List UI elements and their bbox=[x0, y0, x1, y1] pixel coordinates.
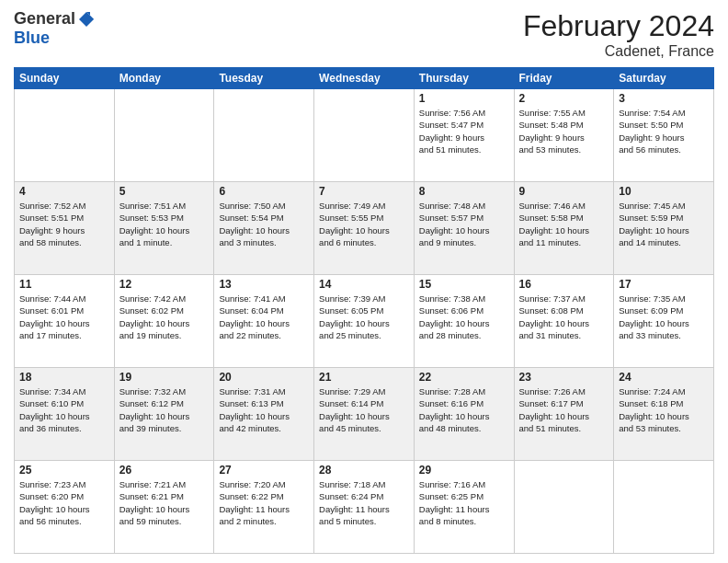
table-row: 21Sunrise: 7:29 AM Sunset: 6:14 PM Dayli… bbox=[314, 368, 415, 461]
day-number: 27 bbox=[219, 464, 309, 477]
day-number: 22 bbox=[419, 371, 509, 384]
day-info: Sunrise: 7:55 AM Sunset: 5:48 PM Dayligh… bbox=[519, 107, 609, 155]
day-info: Sunrise: 7:18 AM Sunset: 6:24 PM Dayligh… bbox=[319, 478, 409, 527]
day-info: Sunrise: 7:39 AM Sunset: 6:05 PM Dayligh… bbox=[319, 293, 409, 341]
day-info: Sunrise: 7:51 AM Sunset: 5:53 PM Dayligh… bbox=[119, 200, 210, 248]
logo: General Blue bbox=[14, 9, 96, 48]
table-row: 12Sunrise: 7:42 AM Sunset: 6:02 PM Dayli… bbox=[114, 275, 214, 368]
table-row: 29Sunrise: 7:16 AM Sunset: 6:25 PM Dayli… bbox=[414, 461, 514, 554]
col-tuesday: Tuesday bbox=[214, 68, 314, 89]
day-number: 6 bbox=[219, 185, 309, 198]
col-sunday: Sunday bbox=[15, 68, 115, 89]
location: Cadenet, France bbox=[523, 43, 714, 60]
day-info: Sunrise: 7:50 AM Sunset: 5:54 PM Dayligh… bbox=[219, 200, 309, 248]
day-number: 15 bbox=[419, 278, 509, 291]
table-row: 13Sunrise: 7:41 AM Sunset: 6:04 PM Dayli… bbox=[214, 275, 314, 368]
day-number: 4 bbox=[19, 185, 109, 198]
day-number: 17 bbox=[619, 278, 709, 291]
table-row bbox=[614, 461, 714, 554]
calendar-week-row: 18Sunrise: 7:34 AM Sunset: 6:10 PM Dayli… bbox=[15, 368, 714, 461]
day-info: Sunrise: 7:28 AM Sunset: 6:16 PM Dayligh… bbox=[419, 385, 509, 434]
logo-blue-text: Blue bbox=[14, 29, 50, 48]
table-row: 28Sunrise: 7:18 AM Sunset: 6:24 PM Dayli… bbox=[314, 461, 415, 554]
table-row: 19Sunrise: 7:32 AM Sunset: 6:12 PM Dayli… bbox=[114, 368, 214, 461]
day-number: 13 bbox=[219, 278, 309, 291]
day-number: 8 bbox=[419, 185, 509, 198]
table-row: 4Sunrise: 7:52 AM Sunset: 5:51 PM Daylig… bbox=[15, 182, 115, 275]
day-info: Sunrise: 7:21 AM Sunset: 6:21 PM Dayligh… bbox=[119, 478, 210, 527]
day-info: Sunrise: 7:20 AM Sunset: 6:22 PM Dayligh… bbox=[219, 478, 309, 527]
calendar-week-row: 11Sunrise: 7:44 AM Sunset: 6:01 PM Dayli… bbox=[15, 275, 714, 368]
calendar-week-row: 1Sunrise: 7:56 AM Sunset: 5:47 PM Daylig… bbox=[15, 89, 714, 182]
table-row: 8Sunrise: 7:48 AM Sunset: 5:57 PM Daylig… bbox=[414, 182, 514, 275]
day-number: 20 bbox=[219, 371, 309, 384]
day-info: Sunrise: 7:56 AM Sunset: 5:47 PM Dayligh… bbox=[419, 107, 509, 155]
header: General Blue February 2024 Cadenet, Fran… bbox=[14, 9, 714, 60]
day-info: Sunrise: 7:35 AM Sunset: 6:09 PM Dayligh… bbox=[619, 293, 709, 341]
table-row: 23Sunrise: 7:26 AM Sunset: 6:17 PM Dayli… bbox=[514, 368, 614, 461]
calendar-header-row: Sunday Monday Tuesday Wednesday Thursday… bbox=[15, 68, 714, 89]
table-row: 20Sunrise: 7:31 AM Sunset: 6:13 PM Dayli… bbox=[214, 368, 314, 461]
table-row: 3Sunrise: 7:54 AM Sunset: 5:50 PM Daylig… bbox=[614, 89, 714, 182]
col-friday: Friday bbox=[514, 68, 614, 89]
day-info: Sunrise: 7:32 AM Sunset: 6:12 PM Dayligh… bbox=[119, 385, 210, 434]
day-number: 19 bbox=[119, 371, 210, 384]
day-number: 12 bbox=[119, 278, 210, 291]
day-number: 10 bbox=[619, 185, 709, 198]
day-number: 1 bbox=[419, 92, 509, 105]
table-row: 15Sunrise: 7:38 AM Sunset: 6:06 PM Dayli… bbox=[414, 275, 514, 368]
day-number: 18 bbox=[19, 371, 109, 384]
table-row: 1Sunrise: 7:56 AM Sunset: 5:47 PM Daylig… bbox=[414, 89, 514, 182]
table-row: 16Sunrise: 7:37 AM Sunset: 6:08 PM Dayli… bbox=[514, 275, 614, 368]
day-number: 25 bbox=[19, 464, 109, 477]
day-info: Sunrise: 7:16 AM Sunset: 6:25 PM Dayligh… bbox=[419, 478, 509, 527]
table-row: 2Sunrise: 7:55 AM Sunset: 5:48 PM Daylig… bbox=[514, 89, 614, 182]
day-info: Sunrise: 7:23 AM Sunset: 6:20 PM Dayligh… bbox=[19, 478, 109, 527]
day-info: Sunrise: 7:42 AM Sunset: 6:02 PM Dayligh… bbox=[119, 293, 210, 341]
table-row: 24Sunrise: 7:24 AM Sunset: 6:18 PM Dayli… bbox=[614, 368, 714, 461]
table-row: 6Sunrise: 7:50 AM Sunset: 5:54 PM Daylig… bbox=[214, 182, 314, 275]
day-number: 29 bbox=[419, 464, 509, 477]
day-info: Sunrise: 7:44 AM Sunset: 6:01 PM Dayligh… bbox=[19, 293, 109, 341]
day-number: 2 bbox=[519, 92, 609, 105]
day-info: Sunrise: 7:46 AM Sunset: 5:58 PM Dayligh… bbox=[519, 200, 609, 248]
table-row bbox=[514, 461, 614, 554]
day-info: Sunrise: 7:38 AM Sunset: 6:06 PM Dayligh… bbox=[419, 293, 509, 341]
day-info: Sunrise: 7:31 AM Sunset: 6:13 PM Dayligh… bbox=[219, 385, 309, 434]
month-title: February 2024 bbox=[523, 9, 714, 43]
day-info: Sunrise: 7:29 AM Sunset: 6:14 PM Dayligh… bbox=[319, 385, 409, 434]
table-row: 27Sunrise: 7:20 AM Sunset: 6:22 PM Dayli… bbox=[214, 461, 314, 554]
day-info: Sunrise: 7:37 AM Sunset: 6:08 PM Dayligh… bbox=[519, 293, 609, 341]
day-number: 7 bbox=[319, 185, 409, 198]
day-number: 23 bbox=[519, 371, 609, 384]
day-info: Sunrise: 7:45 AM Sunset: 5:59 PM Dayligh… bbox=[619, 200, 709, 248]
day-number: 9 bbox=[519, 185, 609, 198]
day-number: 24 bbox=[619, 371, 709, 384]
table-row bbox=[15, 89, 115, 182]
table-row bbox=[314, 89, 415, 182]
day-info: Sunrise: 7:48 AM Sunset: 5:57 PM Dayligh… bbox=[419, 200, 509, 248]
table-row bbox=[114, 89, 214, 182]
calendar-week-row: 4Sunrise: 7:52 AM Sunset: 5:51 PM Daylig… bbox=[15, 182, 714, 275]
col-monday: Monday bbox=[114, 68, 214, 89]
day-number: 16 bbox=[519, 278, 609, 291]
day-number: 21 bbox=[319, 371, 409, 384]
day-info: Sunrise: 7:34 AM Sunset: 6:10 PM Dayligh… bbox=[19, 385, 109, 434]
table-row: 7Sunrise: 7:49 AM Sunset: 5:55 PM Daylig… bbox=[314, 182, 415, 275]
day-number: 11 bbox=[19, 278, 109, 291]
table-row: 25Sunrise: 7:23 AM Sunset: 6:20 PM Dayli… bbox=[15, 461, 115, 554]
table-row: 9Sunrise: 7:46 AM Sunset: 5:58 PM Daylig… bbox=[514, 182, 614, 275]
table-row: 18Sunrise: 7:34 AM Sunset: 6:10 PM Dayli… bbox=[15, 368, 115, 461]
day-info: Sunrise: 7:54 AM Sunset: 5:50 PM Dayligh… bbox=[619, 107, 709, 155]
calendar-table: Sunday Monday Tuesday Wednesday Thursday… bbox=[14, 67, 714, 554]
day-info: Sunrise: 7:24 AM Sunset: 6:18 PM Dayligh… bbox=[619, 385, 709, 434]
table-row: 14Sunrise: 7:39 AM Sunset: 6:05 PM Dayli… bbox=[314, 275, 415, 368]
col-saturday: Saturday bbox=[614, 68, 714, 89]
logo-general-text: General bbox=[14, 9, 75, 29]
col-wednesday: Wednesday bbox=[314, 68, 415, 89]
table-row bbox=[214, 89, 314, 182]
table-row: 11Sunrise: 7:44 AM Sunset: 6:01 PM Dayli… bbox=[15, 275, 115, 368]
day-number: 5 bbox=[119, 185, 210, 198]
table-row: 22Sunrise: 7:28 AM Sunset: 6:16 PM Dayli… bbox=[414, 368, 514, 461]
table-row: 5Sunrise: 7:51 AM Sunset: 5:53 PM Daylig… bbox=[114, 182, 214, 275]
